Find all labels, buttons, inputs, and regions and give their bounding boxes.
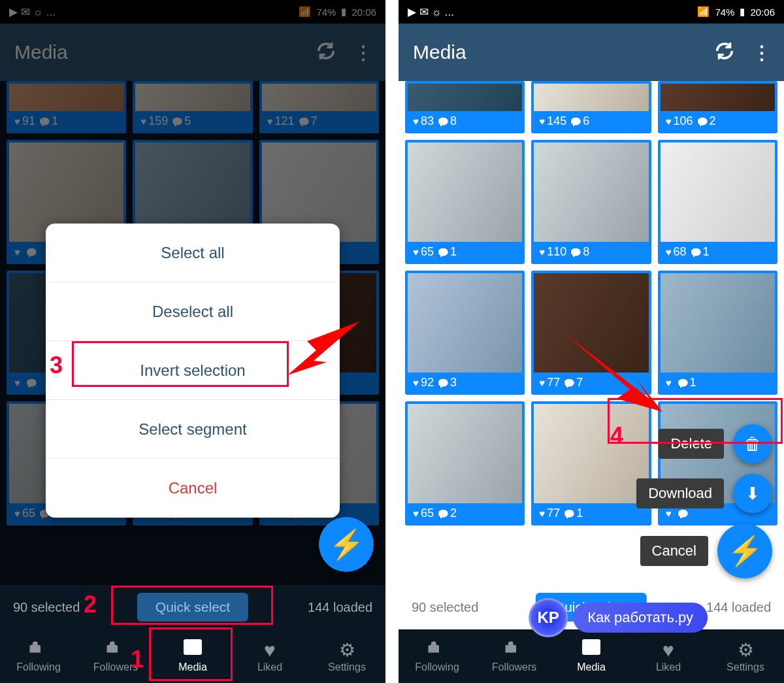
screenshot-left: ▶ ✉ ☼ ... 📶 74% ▮ 20:06 Media ⋮ 911 1595… — [0, 0, 385, 683]
cancel-label: Cancel — [640, 536, 708, 566]
media-tile[interactable]: 1456 — [531, 81, 651, 133]
kebab-menu-icon[interactable]: ⋮ — [753, 42, 770, 63]
fab-menu: Delete 🗑 Download ⬇ Cancel ⚡ — [636, 424, 772, 578]
media-tile[interactable]: 1217 — [259, 81, 379, 133]
media-tile[interactable]: 923 — [405, 271, 525, 395]
fab-lightning-button[interactable]: ⚡ — [717, 524, 772, 578]
page-title: Media — [14, 41, 298, 63]
refresh-icon[interactable] — [713, 40, 736, 65]
status-right: 📶 74% ▮ 20:06 — [299, 6, 376, 18]
nav-liked[interactable]: Liked — [231, 629, 308, 683]
media-tile[interactable]: 1595 — [133, 81, 252, 133]
trash-icon: 🗑 — [744, 434, 761, 454]
nav-settings[interactable]: Settings — [308, 629, 385, 683]
refresh-icon[interactable] — [315, 40, 337, 65]
delete-button[interactable]: 🗑 — [733, 424, 772, 463]
selection-bar: 90 selected Quick select 144 loaded — [0, 585, 385, 629]
media-tile[interactable]: 1108 — [531, 140, 651, 264]
loaded-count: 144 loaded — [308, 600, 372, 615]
nav-media[interactable]: Media — [154, 629, 231, 683]
invert-selection-option[interactable]: Invert selection — [46, 341, 340, 400]
nav-settings[interactable]: Settings — [707, 629, 784, 683]
status-left: ▶ ✉ ☼ ... — [9, 5, 56, 19]
status-bar: ▶ ✉ ☼ ... 📶 74% ▮ 20:06 — [0, 0, 385, 24]
media-tile[interactable]: 1062 — [658, 81, 777, 133]
select-all-option[interactable]: Select all — [46, 224, 340, 282]
app-bar: Media ⋮ — [0, 24, 385, 81]
action-sheet: Select all Deselect all Invert selection… — [46, 224, 340, 518]
fab-lightning-button[interactable]: ⚡ — [319, 517, 374, 572]
media-tile[interactable]: 681 — [658, 140, 777, 264]
media-tile[interactable]: 652 — [405, 401, 525, 525]
selected-count: 90 selected — [13, 600, 80, 615]
bottom-nav: Following Followers Media Liked Settings — [0, 629, 385, 683]
select-segment-option[interactable]: Select segment — [46, 400, 340, 459]
watermark-text: Как работать.ру — [573, 603, 708, 633]
cancel-option[interactable]: Cancel — [46, 459, 340, 518]
media-tile[interactable]: 777 — [531, 271, 651, 395]
loaded-count: 144 loaded — [706, 600, 771, 615]
wifi-icon: 📶 — [299, 6, 311, 18]
bottom-nav: Following Followers Media Liked Settings — [399, 629, 784, 683]
media-tile[interactable]: 911 — [7, 81, 126, 133]
selected-count: 90 selected — [412, 600, 478, 615]
wifi-icon: 📶 — [697, 6, 710, 18]
media-tile[interactable]: 771 — [531, 401, 651, 525]
status-right: 📶 74% ▮ 20:06 — [697, 6, 775, 18]
download-label: Download — [636, 478, 724, 508]
nav-media[interactable]: Media — [553, 629, 630, 683]
download-icon: ⬇ — [745, 484, 760, 504]
delete-label: Delete — [659, 429, 724, 459]
media-tile[interactable]: 1 — [658, 271, 777, 395]
kebab-menu-icon[interactable]: ⋮ — [354, 42, 371, 63]
battery-icon: ▮ — [740, 6, 745, 18]
battery-icon: ▮ — [341, 6, 346, 18]
nav-following[interactable]: Following — [399, 629, 476, 683]
nav-followers[interactable]: Followers — [476, 629, 553, 683]
nav-followers[interactable]: Followers — [77, 629, 154, 683]
app-bar: Media ⋮ — [399, 24, 784, 81]
status-bar: ▶ ✉ ☼ ... 📶 74% ▮ 20:06 — [399, 0, 784, 24]
nav-liked[interactable]: Liked — [630, 629, 707, 683]
quick-select-button[interactable]: Quick select — [137, 593, 248, 622]
screenshot-right: ▶ ✉ ☼ ... 📶 74% ▮ 20:06 Media ⋮ 838 1456… — [399, 0, 784, 683]
deselect-all-option[interactable]: Deselect all — [46, 282, 340, 341]
watermark: KP Как работать.ру — [529, 598, 708, 637]
media-tile[interactable]: 651 — [405, 140, 525, 264]
fab-container: ⚡ — [319, 517, 374, 572]
nav-following[interactable]: Following — [0, 629, 77, 683]
page-title: Media — [413, 41, 696, 63]
status-left: ▶ ✉ ☼ ... — [408, 5, 454, 19]
download-button[interactable]: ⬇ — [733, 474, 772, 513]
watermark-badge: KP — [529, 598, 568, 637]
media-tile[interactable]: 838 — [405, 81, 525, 133]
